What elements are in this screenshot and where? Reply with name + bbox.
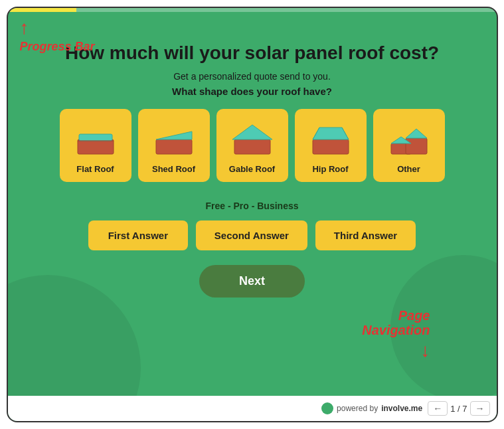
hip-roof-label: Hip Roof: [312, 164, 348, 174]
svg-marker-13: [406, 129, 427, 138]
svg-marker-4: [156, 131, 192, 139]
next-button[interactable]: Next: [199, 265, 305, 298]
brand-name: involve.me: [381, 404, 422, 413]
powered-by-section: powered by involve.me: [321, 402, 422, 414]
roof-option-gable[interactable]: Gable Roof: [216, 109, 288, 182]
svg-rect-0: [78, 139, 114, 154]
progress-bar-text: Progress Bar: [20, 40, 95, 54]
shed-roof-label: Shed Roof: [152, 164, 195, 174]
roof-option-shed[interactable]: Shed Roof: [138, 109, 210, 182]
gable-roof-icon: [229, 118, 276, 161]
bottom-bar: powered by involve.me ← 1 / 7 →: [8, 396, 497, 421]
quiz-container: ↑ Progress Bar PageNavigation ↓ How much…: [7, 7, 498, 422]
roof-options-row: Flat Roof Shed Roof Gable Roof: [60, 109, 445, 182]
flat-roof-icon: [72, 118, 119, 161]
progress-bar-container: [8, 8, 497, 12]
page-navigation-controls: ← 1 / 7 →: [428, 401, 489, 416]
progress-arrow-icon: ↑: [20, 19, 95, 37]
hip-roof-icon: [307, 118, 354, 161]
involve-me-icon: [321, 402, 333, 414]
main-content: How much will your solar panel roof cost…: [8, 21, 497, 304]
svg-marker-6: [232, 125, 272, 139]
page-title: How much will your solar panel roof cost…: [65, 41, 439, 64]
next-page-button[interactable]: →: [470, 401, 490, 416]
powered-by-text: powered by: [337, 404, 378, 413]
page-nav-text: PageNavigation: [362, 308, 430, 337]
page-total: 7: [462, 404, 467, 414]
other-roof-label: Other: [397, 164, 420, 174]
progress-bar-fill: [8, 8, 76, 12]
prev-page-button[interactable]: ←: [428, 401, 448, 416]
page-indicator: 1 / 7: [450, 404, 467, 414]
svg-rect-12: [406, 138, 427, 154]
answer-buttons-row: First Answer Second Answer Third Answer: [88, 220, 416, 250]
roof-option-flat[interactable]: Flat Roof: [60, 109, 131, 182]
svg-rect-7: [313, 139, 349, 154]
svg-rect-5: [234, 139, 270, 154]
second-answer-button[interactable]: Second Answer: [196, 220, 307, 250]
page-current: 1: [450, 404, 455, 414]
other-roof-icon: [386, 118, 432, 161]
progress-label-annotation: ↑ Progress Bar: [20, 19, 95, 54]
roof-option-other[interactable]: Other: [373, 109, 445, 182]
svg-rect-3: [156, 139, 192, 154]
page-subtitle: Get a personalized quote send to you.: [173, 71, 331, 82]
first-answer-button[interactable]: First Answer: [88, 220, 188, 250]
third-answer-button[interactable]: Third Answer: [315, 220, 416, 250]
gable-roof-label: Gable Roof: [229, 164, 275, 174]
pro-label: Free - Pro - Business: [205, 201, 298, 211]
flat-roof-label: Flat Roof: [76, 164, 114, 174]
question-text: What shape does your roof have?: [172, 86, 332, 97]
page-nav-arrow-icon: ↓: [362, 340, 430, 361]
svg-rect-1: [79, 134, 112, 141]
shed-roof-icon: [151, 118, 197, 161]
page-nav-annotation: PageNavigation ↓: [362, 308, 430, 361]
roof-option-hip[interactable]: Hip Roof: [295, 109, 367, 182]
